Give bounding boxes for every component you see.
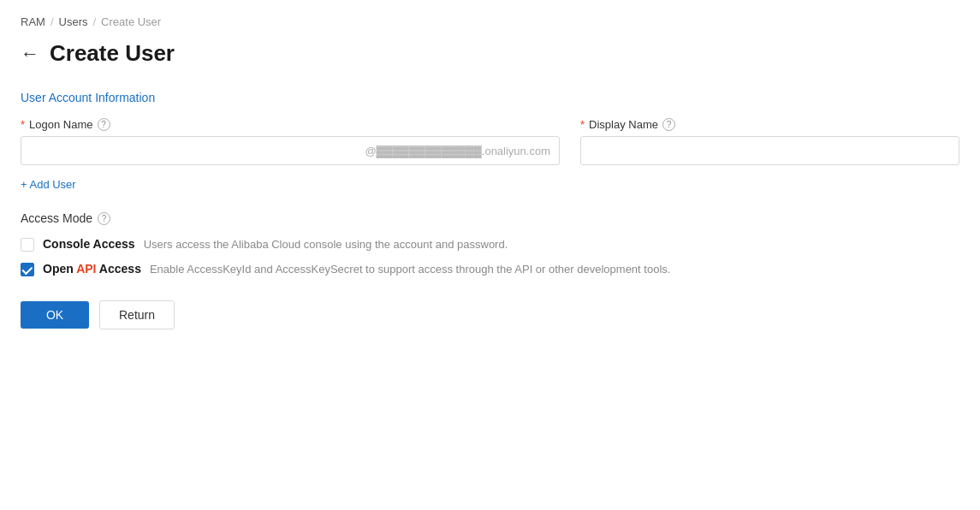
button-row: OK Return xyxy=(21,300,959,329)
breadcrumb-ram[interactable]: RAM xyxy=(21,15,45,28)
access-mode-heading-row: Access Mode ? xyxy=(21,211,959,225)
display-name-label-text: Display Name xyxy=(589,118,658,131)
breadcrumb: RAM / Users / Create User xyxy=(21,15,959,28)
breadcrumb-sep-2: / xyxy=(92,15,96,28)
page-title-row: ← Create User xyxy=(21,40,959,67)
openapi-access-checkbox[interactable] xyxy=(21,263,34,276)
logon-name-field: * Logon Name ? @▓▓▓▓▓▓▓▓▓▓▓▓▓.onaliyun.c… xyxy=(21,118,560,165)
openapi-access-first-line: Open API Access Enable AccessKeyId and A… xyxy=(43,262,670,276)
ok-button[interactable]: OK xyxy=(21,301,89,329)
console-access-first-line: Console Access Users access the Alibaba … xyxy=(43,237,508,251)
logon-name-input[interactable] xyxy=(30,145,363,157)
api-highlight: API xyxy=(76,262,96,276)
logon-name-label-text: Logon Name xyxy=(29,118,92,131)
access-mode-label: Access Mode xyxy=(21,211,92,225)
logon-name-help-icon[interactable]: ? xyxy=(98,118,110,131)
logon-name-suffix: @▓▓▓▓▓▓▓▓▓▓▓▓▓.onaliyun.com xyxy=(363,145,550,157)
logon-name-label: * Logon Name ? xyxy=(21,118,560,131)
display-name-help-icon[interactable]: ? xyxy=(662,118,675,131)
console-access-checkbox[interactable] xyxy=(21,238,34,252)
openapi-access-content: Open API Access Enable AccessKeyId and A… xyxy=(43,262,670,276)
display-name-field: * Display Name ? xyxy=(580,118,959,165)
console-access-desc: Users access the Alibaba Cloud console u… xyxy=(144,238,508,251)
user-account-section-heading: User Account Information xyxy=(21,91,959,104)
back-arrow-button[interactable]: ← xyxy=(21,44,39,63)
openapi-access-desc: Enable AccessKeyId and AccessKeySecret t… xyxy=(150,263,670,276)
breadcrumb-current: Create User xyxy=(101,15,161,28)
return-button[interactable]: Return xyxy=(99,300,175,329)
display-required-star: * xyxy=(580,118,585,131)
console-access-label: Console Access xyxy=(43,237,135,251)
breadcrumb-users[interactable]: Users xyxy=(59,15,88,28)
add-user-row: + Add User xyxy=(21,177,959,191)
page-wrapper: RAM / Users / Create User ← Create User … xyxy=(0,0,980,510)
openapi-access-row: Open API Access Enable AccessKeyId and A… xyxy=(21,262,959,276)
logon-required-star: * xyxy=(21,118,25,131)
access-mode-help-icon[interactable]: ? xyxy=(98,212,110,225)
logon-name-input-wrapper[interactable]: @▓▓▓▓▓▓▓▓▓▓▓▓▓.onaliyun.com xyxy=(21,136,560,165)
display-name-input[interactable] xyxy=(580,136,959,165)
form-row: * Logon Name ? @▓▓▓▓▓▓▓▓▓▓▓▓▓.onaliyun.c… xyxy=(21,118,959,165)
console-access-row: Console Access Users access the Alibaba … xyxy=(21,237,959,252)
add-user-link[interactable]: + Add User xyxy=(21,178,76,191)
breadcrumb-sep-1: / xyxy=(50,15,54,28)
page-title: Create User xyxy=(50,40,175,67)
openapi-access-label: Open API Access xyxy=(43,262,141,276)
display-name-label: * Display Name ? xyxy=(580,118,959,131)
console-access-content: Console Access Users access the Alibaba … xyxy=(43,237,508,251)
